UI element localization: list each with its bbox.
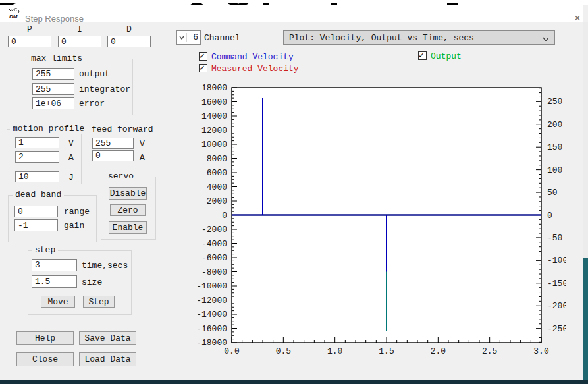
svg-text:-200: -200: [547, 301, 566, 311]
svg-text:50: 50: [547, 188, 558, 198]
check-icon: ✓: [419, 50, 424, 61]
max-output-label: output: [79, 69, 110, 79]
servo-enable-button[interactable]: Enable: [109, 221, 147, 234]
svg-text:-18000: -18000: [196, 338, 227, 348]
svg-text:3.0: 3.0: [533, 346, 548, 356]
chevron-down-icon[interactable]: [178, 33, 187, 42]
max-limits-title: max limits: [28, 53, 85, 63]
measured-velocity-label: Measured Velocity: [211, 64, 299, 74]
svg-text:12000: 12000: [201, 126, 227, 136]
svg-text:10000: 10000: [201, 140, 227, 150]
output-checkbox[interactable]: ✓: [418, 51, 427, 60]
motion-v-input[interactable]: [15, 137, 59, 148]
chart-canvas: 0.00.51.01.52.02.53.0-18000-16000-14000-…: [191, 82, 566, 362]
motion-profile-title: motion profile: [10, 124, 87, 134]
svg-text:-14000: -14000: [196, 310, 227, 319]
svg-text:0.0: 0.0: [224, 346, 239, 356]
svg-text:-10000: -10000: [196, 281, 227, 291]
channel-spinner[interactable]: 6: [176, 30, 201, 45]
desktop-edge: [583, 22, 588, 258]
save-data-button[interactable]: Save Data: [79, 331, 136, 345]
svg-text:-8000: -8000: [201, 267, 227, 277]
motion-j-input[interactable]: [15, 171, 59, 182]
svg-text:-6000: -6000: [201, 253, 227, 263]
svg-text:100: 100: [547, 165, 562, 175]
app-icon: DM: [8, 7, 21, 20]
ff-a-label: A: [140, 153, 145, 163]
titlebar: DM Step Response ×: [0, 5, 583, 22]
p-label: P: [8, 24, 51, 34]
max-output-input[interactable]: [32, 68, 74, 80]
svg-text:-50: -50: [547, 233, 562, 243]
svg-text:0: 0: [222, 211, 227, 221]
close-button[interactable]: Close: [16, 352, 74, 366]
svg-text:-2000: -2000: [201, 225, 227, 234]
load-data-button[interactable]: Load Data: [79, 352, 136, 366]
servo-disable-button[interactable]: Disable: [109, 187, 147, 200]
dead-band-group: dead band: [8, 195, 97, 242]
plot-select-value: Plot: Velocity, Output vs Time, secs: [289, 33, 474, 43]
window-title: Step Response: [25, 14, 84, 24]
step-size-input[interactable]: [32, 275, 77, 288]
svg-text:1.5: 1.5: [379, 346, 394, 356]
help-button[interactable]: Help: [16, 331, 74, 345]
p-input[interactable]: [8, 36, 51, 47]
step-button[interactable]: Step: [83, 296, 115, 308]
desktop-edge-teal: [583, 258, 588, 384]
d-input[interactable]: [107, 36, 151, 47]
channel-label: Channel: [204, 33, 240, 43]
d-label: D: [107, 24, 151, 34]
svg-text:0: 0: [547, 211, 552, 221]
check-icon: ✓: [200, 51, 205, 61]
svg-text:8000: 8000: [207, 154, 227, 164]
svg-text:16000: 16000: [201, 97, 227, 107]
deadband-range-label: range: [64, 207, 90, 217]
i-input[interactable]: [58, 36, 101, 47]
svg-text:2000: 2000: [207, 196, 227, 206]
motion-a-label: A: [68, 153, 74, 163]
svg-text:0.5: 0.5: [276, 346, 291, 356]
ff-v-input[interactable]: [92, 138, 134, 149]
chevron-down-icon: [541, 34, 550, 46]
check-icon: ✓: [200, 63, 205, 73]
motion-v-label: V: [68, 138, 74, 148]
svg-text:6000: 6000: [207, 168, 227, 178]
svg-text:14000: 14000: [201, 111, 227, 121]
svg-text:150: 150: [547, 142, 562, 152]
max-integrator-label: integrator: [79, 84, 130, 94]
max-error-label: error: [79, 99, 105, 109]
deadband-range-input[interactable]: [14, 206, 58, 217]
svg-text:-100: -100: [547, 256, 566, 265]
measured-velocity-checkbox[interactable]: ✓: [199, 64, 207, 72]
deadband-gain-input[interactable]: [14, 219, 58, 231]
close-icon[interactable]: ×: [570, 11, 585, 26]
move-button[interactable]: Move: [41, 296, 75, 308]
svg-text:250: 250: [547, 97, 562, 107]
step-time-label: time,secs: [82, 261, 128, 271]
svg-text:200: 200: [547, 120, 562, 130]
max-integrator-input[interactable]: [32, 83, 74, 95]
max-error-input[interactable]: [32, 97, 74, 109]
step-title: step: [32, 245, 58, 255]
svg-text:-150: -150: [547, 279, 566, 288]
step-time-input[interactable]: [32, 259, 77, 271]
svg-text:2.5: 2.5: [482, 346, 497, 356]
app-icon-text: DM: [9, 14, 18, 20]
plot-select-dropdown[interactable]: Plot: Velocity, Output vs Time, secs: [283, 30, 555, 45]
motion-a-input[interactable]: [15, 151, 59, 163]
svg-text:-16000: -16000: [196, 324, 227, 334]
step-response-chart: 0.00.51.01.52.02.53.0-18000-16000-14000-…: [191, 82, 566, 362]
channel-value: 6: [193, 32, 198, 42]
desktop-edge-bottom: [0, 380, 588, 384]
command-velocity-label: Command Velocity: [211, 52, 294, 62]
motion-j-label: J: [68, 173, 74, 182]
deadband-gain-label: gain: [64, 221, 84, 231]
svg-text:2.0: 2.0: [431, 346, 446, 356]
servo-zero-button[interactable]: Zero: [110, 204, 146, 216]
command-velocity-checkbox[interactable]: ✓: [199, 52, 207, 61]
dead-band-title: dead band: [13, 190, 64, 200]
ff-a-input[interactable]: [92, 150, 134, 161]
step-size-label: size: [82, 277, 102, 287]
servo-title: servo: [105, 171, 136, 181]
svg-text:4000: 4000: [207, 182, 227, 192]
